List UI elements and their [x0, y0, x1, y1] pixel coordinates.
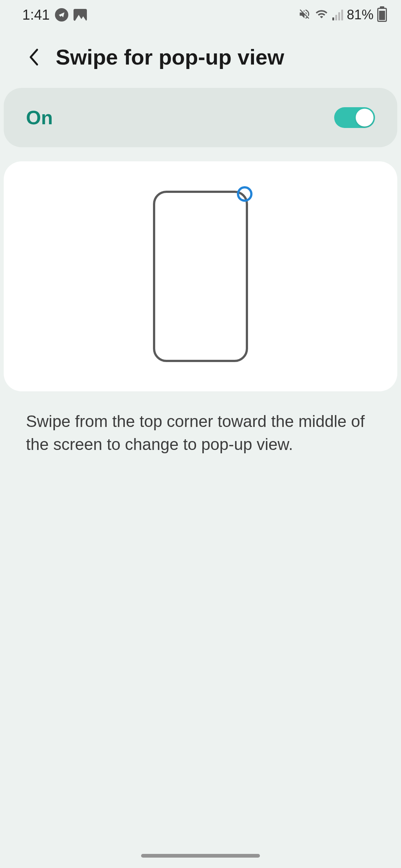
illustration-card: [4, 161, 397, 391]
battery-icon: [377, 8, 387, 22]
header: Swipe for pop-up view: [0, 30, 401, 88]
status-time: 1:41: [22, 7, 50, 23]
vibrate-icon: [298, 8, 311, 22]
page-title: Swipe for pop-up view: [56, 45, 284, 69]
toggle-card: On: [4, 88, 397, 147]
description-text: Swipe from the top corner toward the mid…: [0, 391, 401, 474]
battery-percent: 81%: [347, 7, 374, 23]
toggle-switch[interactable]: [334, 107, 375, 128]
gallery-icon: [74, 9, 87, 21]
chevron-left-icon: [28, 48, 39, 66]
navigation-handle[interactable]: [141, 854, 260, 858]
status-right: 81%: [298, 7, 387, 23]
status-bar: 1:41 81%: [0, 0, 401, 30]
telegram-icon: [55, 8, 68, 22]
touch-indicator-icon: [237, 186, 252, 202]
back-button[interactable]: [26, 46, 41, 68]
signal-icon: [332, 9, 343, 20]
wifi-icon: [314, 8, 329, 22]
phone-illustration: [153, 191, 248, 362]
status-left: 1:41: [22, 7, 87, 23]
toggle-state-label: On: [26, 106, 53, 129]
